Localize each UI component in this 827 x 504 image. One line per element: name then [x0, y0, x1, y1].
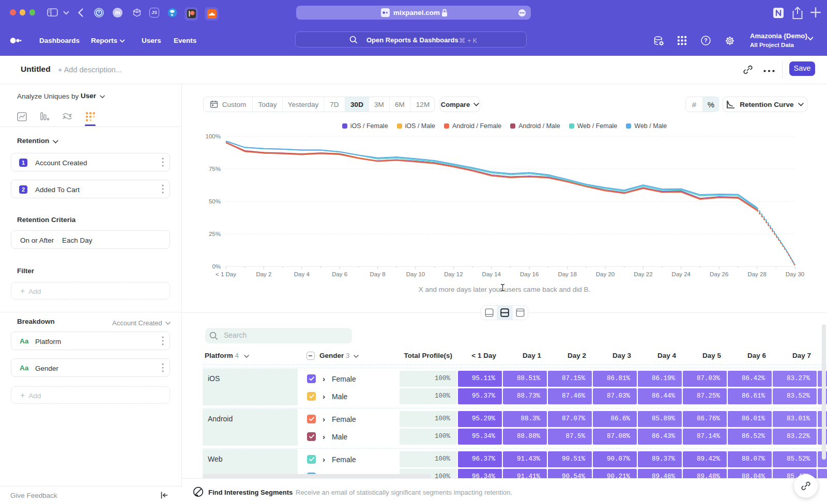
svg-text:Day 22: Day 22: [634, 271, 652, 277]
svg-text:100%: 100%: [206, 133, 221, 139]
svg-text:< 1 Day: < 1 Day: [216, 271, 236, 277]
svg-text:25%: 25%: [209, 231, 221, 237]
svg-text:Day 30: Day 30: [786, 271, 804, 277]
svg-text:75%: 75%: [209, 166, 221, 172]
svg-text:Day 4: Day 4: [294, 271, 310, 277]
svg-text:Day 8: Day 8: [370, 271, 386, 277]
svg-text:Day 14: Day 14: [482, 271, 501, 277]
svg-text:?: ?: [704, 38, 707, 43]
svg-text:Day 10: Day 10: [406, 271, 425, 277]
svg-text:Day 24: Day 24: [672, 271, 691, 277]
svg-text:Day 18: Day 18: [558, 271, 576, 277]
svg-text:Day 12: Day 12: [444, 271, 463, 277]
svg-text:Day 28: Day 28: [747, 271, 766, 277]
svg-text:Day 16: Day 16: [520, 271, 539, 277]
svg-text:50%: 50%: [209, 198, 221, 204]
svg-text:Day 2: Day 2: [256, 271, 271, 277]
svg-text:Day 20: Day 20: [596, 271, 615, 277]
svg-text:Day 26: Day 26: [710, 271, 728, 277]
svg-text:0%: 0%: [212, 263, 221, 270]
svg-text:Day 6: Day 6: [332, 271, 347, 277]
